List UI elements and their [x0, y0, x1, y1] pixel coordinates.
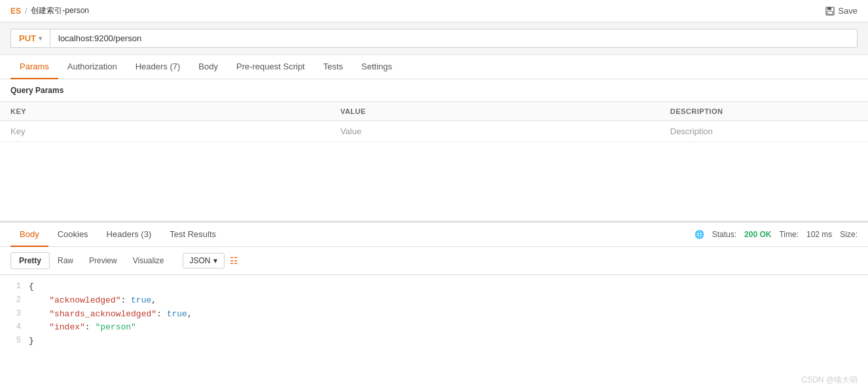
format-raw[interactable]: Raw	[50, 253, 81, 269]
url-input[interactable]	[50, 29, 858, 48]
method-chevron-icon: ▾	[39, 35, 42, 42]
code-line-5: 5 }	[0, 335, 868, 348]
globe-icon: 🌐	[695, 230, 704, 239]
code-line-3: 3 "shards_acknowledged": true,	[0, 308, 868, 322]
size-label: Size:	[840, 230, 858, 239]
code-content-2: "acknowledged": true,	[29, 294, 156, 308]
request-tabs: Params Authorization Headers (7) Body Pr…	[0, 55, 868, 79]
breadcrumb-page: 创建索引-person	[31, 5, 89, 16]
save-button[interactable]: Save	[825, 6, 858, 16]
json-format-selector[interactable]: JSON ▾	[183, 253, 225, 269]
response-tabs: Body Cookies Headers (3) Test Results	[10, 223, 225, 246]
format-bar: Pretty Raw Preview Visualize JSON ▾ ☷	[0, 247, 868, 275]
line-num-4: 4	[5, 321, 29, 333]
response-code-area: 1 { 2 "acknowledged": true, 3 "shards_ac…	[0, 275, 868, 354]
tab-tests[interactable]: Tests	[314, 55, 352, 79]
params-table: KEY VALUE DESCRIPTION Key Value Descript…	[0, 102, 868, 142]
tab-params[interactable]: Params	[10, 55, 58, 79]
tab-settings[interactable]: Settings	[352, 55, 401, 79]
table-row: Key Value Description	[0, 121, 868, 142]
response-tab-headers[interactable]: Headers (3)	[98, 223, 161, 247]
key-cell[interactable]: Key	[0, 121, 330, 142]
time-label: Time:	[779, 230, 799, 239]
svg-rect-2	[827, 11, 833, 14]
status-label: Status:	[712, 230, 736, 239]
code-line-2: 2 "acknowledged": true,	[0, 294, 868, 308]
desc-cell[interactable]: Description	[660, 121, 868, 142]
code-content-4: "index": "person"	[29, 321, 136, 335]
line-num-2: 2	[5, 294, 29, 307]
breadcrumb-separator: /	[25, 7, 27, 16]
line-num-5: 5	[5, 335, 29, 347]
tab-pre-request-script[interactable]: Pre-request Script	[227, 55, 314, 79]
tab-headers[interactable]: Headers (7)	[126, 55, 190, 79]
json-label: JSON	[190, 256, 211, 265]
tab-body[interactable]: Body	[189, 55, 227, 79]
line-num-1: 1	[5, 280, 29, 293]
line-num-3: 3	[5, 308, 29, 320]
url-bar: PUT ▾	[0, 22, 868, 55]
response-status: 🌐 Status: 200 OK Time: 102 ms Size:	[695, 230, 858, 239]
format-pretty[interactable]: Pretty	[10, 252, 50, 269]
response-tab-body[interactable]: Body	[10, 223, 48, 247]
svg-rect-1	[827, 7, 831, 10]
method-label: PUT	[19, 33, 36, 43]
response-panel: Body Cookies Headers (3) Test Results 🌐 …	[0, 222, 868, 354]
format-preview[interactable]: Preview	[81, 253, 125, 269]
method-selector[interactable]: PUT ▾	[10, 29, 50, 48]
top-bar: ES / 创建索引-person Save	[0, 0, 868, 22]
col-value: VALUE	[330, 102, 660, 121]
time-value: 102 ms	[806, 230, 832, 239]
query-params-label: Query Params	[0, 79, 868, 102]
code-content-1: {	[29, 280, 34, 294]
col-description: DESCRIPTION	[660, 102, 868, 121]
value-cell[interactable]: Value	[330, 121, 660, 142]
response-tabs-bar: Body Cookies Headers (3) Test Results 🌐 …	[0, 223, 868, 247]
breadcrumb-es[interactable]: ES	[10, 7, 21, 16]
tab-authorization[interactable]: Authorization	[58, 55, 126, 79]
format-visualize[interactable]: Visualize	[125, 253, 172, 269]
empty-params-area	[0, 142, 868, 221]
save-icon	[825, 7, 835, 16]
breadcrumb: ES / 创建索引-person	[10, 5, 89, 16]
response-tab-cookies[interactable]: Cookies	[48, 223, 98, 247]
col-key: KEY	[0, 102, 330, 121]
response-tab-test-results[interactable]: Test Results	[160, 223, 225, 247]
filter-icon[interactable]: ☷	[230, 255, 238, 266]
code-line-4: 4 "index": "person"	[0, 321, 868, 335]
code-line-1: 1 {	[0, 280, 868, 294]
code-content-5: }	[29, 335, 34, 348]
save-label: Save	[838, 6, 858, 16]
code-content-3: "shards_acknowledged": true,	[29, 308, 192, 322]
request-panel: Query Params KEY VALUE DESCRIPTION Key V…	[0, 79, 868, 222]
status-value: 200 OK	[744, 230, 771, 239]
json-chevron-icon: ▾	[213, 256, 217, 265]
